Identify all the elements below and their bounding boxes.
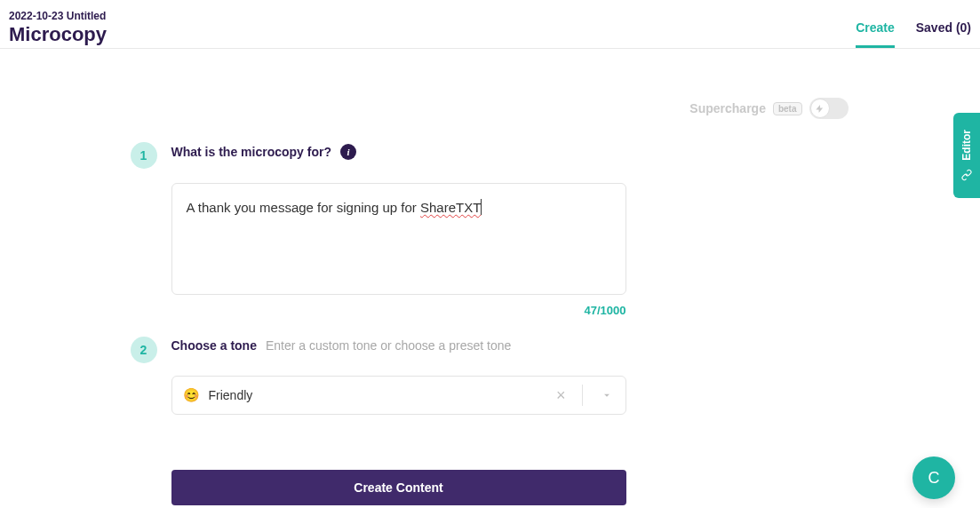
step-2-title: Choose a tone [171, 338, 257, 353]
toggle-knob [810, 99, 830, 118]
header-tabs: Create Saved (0) [856, 7, 971, 48]
chat-fab[interactable]: C [912, 456, 955, 499]
info-icon[interactable]: i [340, 144, 356, 160]
select-divider [582, 385, 583, 406]
create-content-button[interactable]: Create Content [171, 470, 626, 505]
step-2: 2 Choose a tone Enter a custom tone or c… [131, 338, 850, 365]
supercharge-label: Supercharge [689, 101, 766, 115]
tone-select[interactable]: 😊 Friendly × [171, 376, 626, 415]
doc-date: 2022-10-23 Untitled [9, 10, 107, 22]
main-content: Supercharge beta 1 What is the microcopy… [131, 49, 850, 505]
step-1-title-row: What is the microcopy for? i [171, 144, 850, 160]
beta-badge: beta [773, 102, 802, 115]
tone-emoji-icon: 😊 [183, 387, 200, 403]
supercharge-row: Supercharge beta [131, 98, 850, 119]
clear-icon[interactable]: × [549, 386, 573, 405]
header-left: 2022-10-23 Untitled Microcopy [9, 10, 107, 48]
step-2-title-row: Choose a tone Enter a custom tone or cho… [171, 338, 850, 353]
step-1-number: 1 [131, 142, 157, 169]
lightning-icon [815, 104, 825, 114]
editor-side-tab[interactable]: Editor [953, 113, 980, 198]
step-2-body: Choose a tone Enter a custom tone or cho… [171, 338, 850, 365]
microcopy-input-wrap: A thank you message for signing up for S… [171, 183, 626, 317]
supercharge-toggle[interactable] [809, 98, 849, 119]
char-count: 47/1000 [171, 304, 626, 317]
tab-saved[interactable]: Saved (0) [916, 20, 971, 48]
step-2-number: 2 [131, 337, 157, 363]
step-1-body: What is the microcopy for? i [171, 144, 850, 172]
step-2-hint: Enter a custom tone or choose a preset t… [266, 338, 511, 353]
link-icon [960, 169, 973, 181]
editor-tab-label: Editor [960, 130, 973, 161]
step-1-title: What is the microcopy for? [171, 145, 331, 159]
page-header: 2022-10-23 Untitled Microcopy Create Sav… [0, 0, 980, 49]
text-cursor [481, 199, 482, 215]
tab-create[interactable]: Create [856, 20, 895, 48]
microcopy-textarea[interactable]: A thank you message for signing up for S… [171, 183, 626, 295]
textarea-text-prefix: A thank you message for signing up for [187, 200, 421, 215]
tone-select-wrap: 😊 Friendly × [171, 376, 626, 415]
doc-title: Microcopy [9, 22, 107, 48]
textarea-text-spellcheck: ShareTXT [420, 200, 481, 215]
chevron-down-icon[interactable] [592, 389, 618, 401]
tone-value: Friendly [209, 388, 540, 402]
step-1: 1 What is the microcopy for? i [131, 144, 850, 172]
